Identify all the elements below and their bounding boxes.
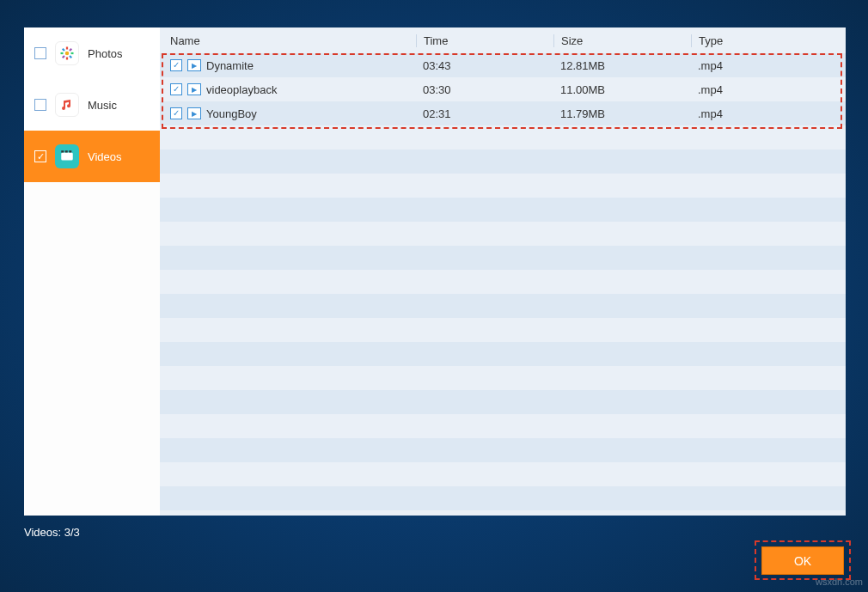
table-row-empty	[160, 198, 846, 222]
svg-rect-9	[61, 153, 73, 161]
checkbox-icon[interactable]	[34, 47, 46, 59]
table-body: Dynamite03:4312.81MB.mp4videoplayback03:…	[160, 53, 846, 516]
table-row[interactable]: videoplayback03:3011.00MB.mp4	[160, 77, 846, 101]
svg-line-8	[63, 56, 64, 58]
sidebar-item-music[interactable]: Music	[24, 79, 160, 131]
table-row[interactable]: YoungBoy02:3111.79MB.mp4	[160, 101, 846, 125]
table-row-empty	[160, 486, 846, 510]
col-header-name[interactable]: Name	[160, 34, 416, 47]
table-row-empty	[160, 150, 846, 174]
checkbox-icon[interactable]	[170, 83, 182, 95]
ok-button[interactable]: OK	[761, 546, 844, 575]
cell-time: 02:31	[416, 107, 553, 120]
svg-line-6	[70, 56, 71, 58]
table-row[interactable]: Dynamite03:4312.81MB.mp4	[160, 53, 846, 77]
watermark: wsxdn.com	[816, 577, 863, 587]
table-row-empty	[160, 390, 846, 414]
table-row-empty	[160, 125, 846, 150]
col-header-time[interactable]: Time	[416, 34, 553, 47]
cell-name: videoplayback	[206, 83, 277, 96]
music-icon	[55, 93, 79, 117]
main-panel: Photos Music Videos Name Time Size Type …	[24, 27, 846, 516]
table-row-empty	[160, 414, 846, 438]
video-file-icon	[187, 83, 201, 95]
table-header: Name Time Size Type	[160, 27, 846, 53]
sidebar-item-videos[interactable]: Videos	[24, 131, 160, 182]
cell-size: 12.81MB	[553, 59, 691, 72]
content-area: Name Time Size Type Dynamite03:4312.81MB…	[160, 27, 846, 516]
video-file-icon	[187, 107, 201, 119]
cell-time: 03:43	[416, 59, 553, 72]
table-row-empty	[160, 438, 846, 462]
table-row-empty	[160, 366, 846, 390]
sidebar-item-label: Music	[88, 99, 117, 112]
table-row-empty	[160, 294, 846, 318]
table-row-empty	[160, 318, 846, 342]
sidebar-item-photos[interactable]: Photos	[24, 27, 160, 79]
table-row-empty	[160, 270, 846, 294]
svg-point-0	[65, 52, 70, 56]
table-row-empty	[160, 246, 846, 270]
checkbox-icon[interactable]	[170, 59, 182, 71]
svg-line-7	[70, 49, 71, 51]
col-header-type[interactable]: Type	[691, 34, 846, 47]
sidebar-item-label: Videos	[88, 150, 122, 163]
cell-type: .mp4	[691, 59, 846, 72]
cell-size: 11.00MB	[553, 83, 691, 96]
cell-type: .mp4	[691, 83, 846, 96]
svg-rect-10	[61, 150, 64, 152]
checkbox-icon[interactable]	[170, 107, 182, 119]
photos-icon	[55, 41, 79, 65]
cell-name: YoungBoy	[206, 107, 257, 120]
cell-size: 11.79MB	[553, 107, 691, 120]
svg-rect-11	[65, 150, 68, 152]
table-row-empty	[160, 222, 846, 246]
checkbox-icon[interactable]	[34, 150, 46, 162]
cell-name: Dynamite	[206, 59, 254, 72]
video-file-icon	[187, 59, 201, 71]
cell-type: .mp4	[691, 107, 846, 120]
table-row-empty	[160, 462, 846, 486]
checkbox-icon[interactable]	[34, 99, 46, 111]
sidebar: Photos Music Videos	[24, 27, 160, 516]
table-row-empty	[160, 342, 846, 366]
svg-rect-12	[69, 150, 71, 152]
videos-icon	[55, 144, 79, 168]
status-text: Videos: 3/3	[24, 526, 80, 539]
cell-time: 03:30	[416, 83, 553, 96]
table-row-empty	[160, 174, 846, 198]
svg-line-5	[63, 49, 64, 51]
sidebar-item-label: Photos	[88, 47, 122, 60]
col-header-size[interactable]: Size	[553, 34, 691, 47]
